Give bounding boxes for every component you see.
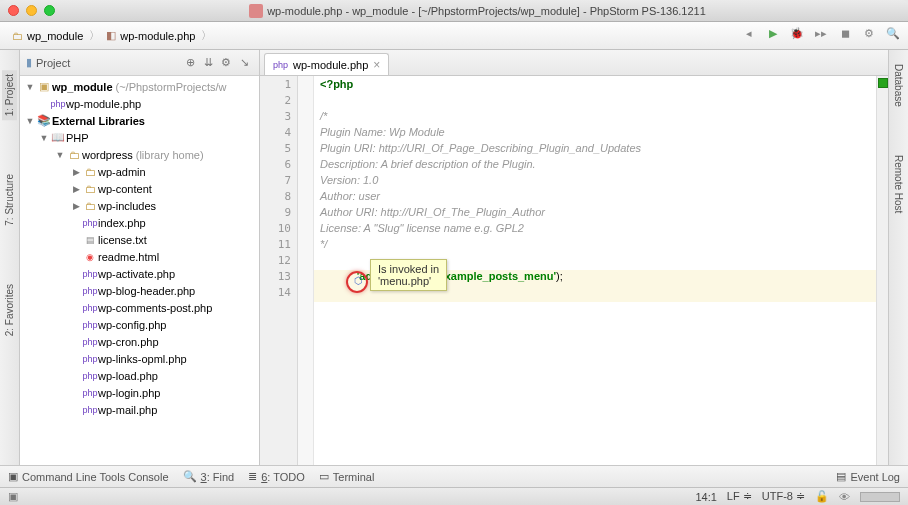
zoom-window-button[interactable] [44,5,55,16]
close-tab-button[interactable]: × [373,58,380,72]
tree-item[interactable]: ▶ 🗀 wp-admin [20,163,259,180]
tree-item[interactable]: phpwp-mail.php [20,401,259,418]
bottom-cmdline[interactable]: ▣ Command Line Tools Console [8,470,169,483]
folder-icon: 🗀 [82,200,98,212]
close-window-button[interactable] [8,5,19,16]
breadcrumb[interactable]: 🗀 wp_module 〉 ◧ wp-module.php 〉 [6,26,220,45]
memory-indicator[interactable] [860,492,900,502]
tree-label: wp_module [52,81,113,93]
tree-item[interactable]: ▤license.txt [20,231,259,248]
file-icon [249,4,263,18]
nav-back-button[interactable]: ◂ [740,27,758,45]
tree-external-libs[interactable]: ▼ 📚 External Libraries [20,112,259,129]
folder-icon: 🗀 [12,30,23,42]
code-text: Author URI: http://URI_Of_The_Plugin_Aut… [320,206,545,218]
expand-icon[interactable]: ▼ [24,82,36,92]
editor-tabs: php wp-module.php × [260,50,888,76]
tree-item[interactable]: ▶ 🗀 wp-content [20,180,259,197]
expand-icon[interactable]: ▼ [38,133,50,143]
code-text: Plugin URI: http://URI_Of_Page_Describin… [320,142,641,154]
toolbar-right: ◂ ▶ 🐞 ▸▸ ◼ ⚙ 🔍 [740,27,902,45]
php-file-icon: php [82,337,98,347]
tree-hint: (library home) [136,149,204,161]
hide-button[interactable]: ↘ [235,56,253,69]
terminal-icon: ▣ [8,470,18,483]
project-panel-title: Project [36,57,181,69]
expand-icon[interactable]: ▶ [70,201,82,211]
chevron-right-icon: 〉 [199,28,214,43]
status-bar: ▣ 14:1 LF ≑ UTF-8 ≑ 🔓 👁 [0,487,908,505]
debug-button[interactable]: 🐞 [788,27,806,45]
tab-project[interactable]: 1: Project [2,70,17,120]
line-gutter[interactable]: 1234567891011121314 [260,76,298,465]
tool-windows-button[interactable]: ▣ [8,490,18,503]
tab-structure[interactable]: 7: Structure [2,170,17,230]
php-file-icon: ◧ [106,29,116,42]
encoding[interactable]: UTF-8 ≑ [762,490,805,503]
tree-label: wp-comments-post.php [98,302,212,314]
stop-button[interactable]: ◼ [836,27,854,45]
tree-label: license.txt [98,234,147,246]
tree-item[interactable]: ▼ 📖 PHP [20,129,259,146]
tree-label: External Libraries [52,115,145,127]
tree-item[interactable]: ▼ 🗀 wordpress (library home) [20,146,259,163]
search-button[interactable]: 🔍 [884,27,902,45]
tree-item[interactable]: phpwp-cron.php [20,333,259,350]
code-area[interactable]: <?php /* Plugin Name: Wp Module Plugin U… [314,76,876,465]
gutter-marks[interactable] [298,76,314,465]
tree-item[interactable]: phpwp-links-opml.php [20,350,259,367]
code-text: ); [556,270,563,282]
scroll-from-source-button[interactable]: ⊕ [181,56,199,69]
tree-label: readme.html [98,251,159,263]
tree-item[interactable]: phpwp-blog-header.php [20,282,259,299]
txt-file-icon: ▤ [82,235,98,245]
tree-item[interactable]: phpwp-load.php [20,367,259,384]
tree-item[interactable]: phpwp-activate.php [20,265,259,282]
readonly-toggle[interactable]: 🔓 [815,490,829,503]
tab-remote-host[interactable]: Remote Host [891,151,906,217]
bottom-eventlog[interactable]: ▤ Event Log [836,470,900,483]
invoke-marker-icon[interactable]: ⬡ [351,275,365,289]
minimize-window-button[interactable] [26,5,37,16]
tree-item[interactable]: phpwp-login.php [20,384,259,401]
tree-item[interactable]: phpwp-comments-post.php [20,299,259,316]
tree-root[interactable]: ▼ ▣ wp_module (~/PhpstormProjects/w [20,78,259,95]
project-panel-header: ▮ Project ⊕ ⇊ ⚙ ↘ [20,50,259,76]
line-separator[interactable]: LF ≑ [727,490,752,503]
expand-icon[interactable]: ▼ [24,116,36,126]
tree-item[interactable]: ◉readme.html [20,248,259,265]
code-text: 'example_posts_menu' [436,270,556,282]
bottom-todo[interactable]: ≣ 6: TODO [248,470,305,483]
run-config-button[interactable]: ▸▸ [812,27,830,45]
settings-button[interactable]: ⚙ [860,27,878,45]
project-panel: ▮ Project ⊕ ⇊ ⚙ ↘ ▼ ▣ wp_module (~/Phpst… [20,50,260,465]
tree-item[interactable]: phpindex.php [20,214,259,231]
inspection-icon[interactable]: 👁 [839,491,850,503]
left-tool-strip: 1: Project 7: Structure 2: Favorites [0,50,20,465]
bottom-find[interactable]: 🔍 3: Find [183,470,235,483]
folder-icon: 🗀 [82,183,98,195]
code-text: */ [320,238,327,250]
expand-icon[interactable]: ▶ [70,167,82,177]
error-stripe[interactable] [876,76,888,465]
expand-icon[interactable]: ▶ [70,184,82,194]
collapse-all-button[interactable]: ⇊ [199,56,217,69]
tree-item[interactable]: phpwp-config.php [20,316,259,333]
cursor-position[interactable]: 14:1 [695,491,716,503]
label: Event Log [850,471,900,483]
breadcrumb-file: wp-module.php [120,30,195,42]
editor-tab[interactable]: php wp-module.php × [264,53,389,75]
php-file-icon: php [82,388,98,398]
settings-gear-icon[interactable]: ⚙ [217,56,235,69]
project-tree[interactable]: ▼ ▣ wp_module (~/PhpstormProjects/w php … [20,76,259,465]
run-button[interactable]: ▶ [764,27,782,45]
tab-database[interactable]: Database [891,60,906,111]
tree-item[interactable]: php wp-module.php [20,95,259,112]
tree-item[interactable]: ▶ 🗀 wp-includes [20,197,259,214]
expand-icon[interactable]: ▼ [54,150,66,160]
tree-label: index.php [98,217,146,229]
tab-favorites[interactable]: 2: Favorites [2,280,17,340]
editor-body[interactable]: 1234567891011121314 <?php /* Plugin Name… [260,76,888,465]
html-file-icon: ◉ [82,252,98,262]
bottom-terminal[interactable]: ▭ Terminal [319,470,375,483]
